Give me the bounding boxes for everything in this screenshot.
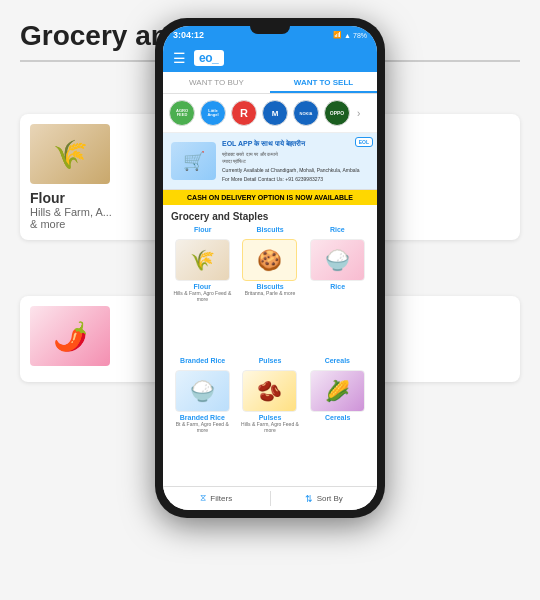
filter-bar: ⧖ Filters ⇅ Sort By: [163, 486, 377, 510]
category-cereals[interactable]: 🌽 Cereals: [304, 366, 371, 486]
hamburger-icon[interactable]: ☰: [173, 50, 186, 66]
category-biscuits[interactable]: 🍪 Biscuits Britanna, Parle & more: [237, 235, 304, 355]
filter-icon: ⧖: [200, 493, 206, 504]
brand-r[interactable]: R: [231, 100, 257, 126]
battery-icon: 78%: [353, 32, 367, 39]
biscuits-image: 🍪: [242, 239, 297, 281]
logo-underscore: _: [212, 51, 219, 65]
phone-screen: 3:04:12 📶 ▲ 78% ☰ eo _ WANT TO BUY WANT …: [163, 26, 377, 510]
banner-contact: For More Detail Contact Us: +91 62399832…: [222, 176, 369, 183]
banner-available: Currently Available at Chandigarh, Mohal…: [222, 167, 369, 174]
cereals-image: 🌽: [310, 370, 365, 412]
brand-oppo[interactable]: OPPO: [324, 100, 350, 126]
brand-agrofeed[interactable]: AGROFEED: [169, 100, 195, 126]
tabs-bar: WANT TO BUY WANT TO SELL: [163, 72, 377, 94]
label-flour: Flour: [169, 226, 236, 233]
status-icons: 📶 ▲ 78%: [333, 31, 367, 39]
brand-m[interactable]: M: [262, 100, 288, 126]
sort-button[interactable]: ⇅ Sort By: [271, 487, 378, 510]
category-grid-row1: 🌾 Flour Hills & Farm, Agro Feed & more 🍪…: [163, 235, 377, 355]
brands-row: AGROFEED LittleAngel R M NOKIA OPPO ›: [163, 94, 377, 133]
category-flour[interactable]: 🌾 Flour Hills & Farm, Agro Feed & more: [169, 235, 236, 355]
wifi-icon: ▲: [344, 32, 351, 39]
app-logo: eo _: [194, 50, 224, 66]
banner-sub1: प्रोडक्ट सस्ते दाम पर और कमाये: [222, 151, 369, 158]
banner-headline: EOL APP के साथ पाये बेहतरीन: [222, 139, 369, 149]
branded-rice-image: 🍚: [175, 370, 230, 412]
category-rice[interactable]: 🍚 Rice: [304, 235, 371, 355]
tab-want-to-buy[interactable]: WANT TO BUY: [163, 72, 270, 93]
biscuits-name: Biscuits: [256, 283, 283, 290]
category-grid-row2: 🍚 Branded Rice Bt & Farm, Agro Feed & mo…: [163, 366, 377, 486]
category-labels-row2: Branded Rice Pulses Cereals: [163, 357, 377, 364]
rice-image: 🍚: [310, 239, 365, 281]
brands-more-icon: ›: [357, 108, 360, 119]
label-cereals: Cereals: [304, 357, 371, 364]
category-labels-row1: Flour Biscuits Rice: [163, 226, 377, 233]
banner-text: EOL APP के साथ पाये बेहतरीन प्रोडक्ट सस्…: [222, 139, 369, 183]
category-branded-rice[interactable]: 🍚 Branded Rice Bt & Farm, Agro Feed & mo…: [169, 366, 236, 486]
grocery-section-title: Grocery and Staples: [163, 205, 377, 226]
eol-badge: EOL: [355, 137, 373, 147]
phone-notch: [250, 26, 290, 34]
brand-nokia[interactable]: NOKIA: [293, 100, 319, 126]
filters-label: Filters: [210, 494, 232, 503]
banner-sub2: ज्यादा प्रॉफिट: [222, 158, 369, 165]
label-branded-rice: Branded Rice: [169, 357, 236, 364]
sim-icon: 📶: [333, 31, 342, 39]
label-biscuits: Biscuits: [236, 226, 303, 233]
sort-icon: ⇅: [305, 494, 313, 504]
pulses-sub: Hills & Farm, Agro Feed & more: [239, 421, 302, 433]
branded-rice-name: Branded Rice: [180, 414, 225, 421]
status-time: 3:04:12: [173, 30, 204, 40]
filters-button[interactable]: ⧖ Filters: [163, 487, 270, 510]
sort-label: Sort By: [317, 494, 343, 503]
banner-image: 🛒: [171, 142, 216, 180]
flour-image: 🌾: [175, 239, 230, 281]
promo-banner: 🛒 EOL APP के साथ पाये बेहतरीन प्रोडक्ट स…: [163, 133, 377, 190]
tab-want-to-sell[interactable]: WANT TO SELL: [270, 72, 377, 93]
rice-name: Rice: [330, 283, 345, 290]
flour-sub: Hills & Farm, Agro Feed & more: [171, 290, 234, 302]
app-header: ☰ eo _: [163, 44, 377, 72]
branded-rice-sub: Bt & Farm, Agro Feed & more: [171, 421, 234, 433]
label-rice: Rice: [304, 226, 371, 233]
phone-frame: 3:04:12 📶 ▲ 78% ☰ eo _ WANT TO BUY WANT …: [155, 18, 385, 518]
cod-banner: CASH ON DELIVERY OPTION IS NOW AVAILABLE: [163, 190, 377, 205]
pulses-name: Pulses: [259, 414, 282, 421]
pulses-image: 🫘: [242, 370, 297, 412]
flour-name: Flour: [194, 283, 212, 290]
logo-text: eo: [199, 51, 212, 65]
brand-little-angel[interactable]: LittleAngel: [200, 100, 226, 126]
label-pulses: Pulses: [236, 357, 303, 364]
biscuits-sub: Britanna, Parle & more: [245, 290, 296, 296]
category-pulses[interactable]: 🫘 Pulses Hills & Farm, Agro Feed & more: [237, 366, 304, 486]
cereals-name: Cereals: [325, 414, 350, 421]
grocery-section: Grocery and Staples Flour Biscuits Rice …: [163, 205, 377, 486]
